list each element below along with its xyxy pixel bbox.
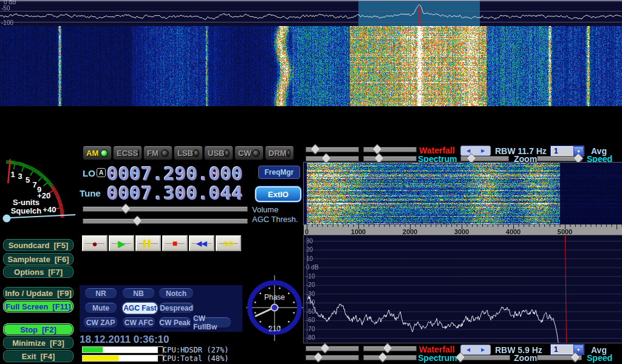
rewind-icon: ◀◀ [197,240,207,247]
agc-thresh-slider[interactable] [83,217,248,224]
mode-button-drm[interactable]: DRM [265,146,294,160]
mode-button-usb[interactable]: USB [204,146,233,160]
despread-button[interactable]: Despread [159,303,194,314]
af-top-spec-lower-slider[interactable] [363,154,417,162]
stop-button[interactable]: Stop [F2] [3,323,73,335]
samplerate-button[interactable]: Samplerate [F6] [3,253,73,265]
cpu-hdsdr-text: CPU:HDSDR (27%) [163,346,228,354]
s-units-label: S-units [13,198,39,207]
spinner-right-arrow-icon[interactable]: ▶ [481,347,485,352]
nb-button[interactable]: NB [123,288,154,299]
agc-thresh-slider-label: AGC Thresh. [252,215,298,224]
phase-title: Phase [264,293,285,302]
af-waterfall-display[interactable] [304,163,622,224]
cpu-total-bar [82,355,158,362]
pause-button[interactable]: ▌▌ [135,235,161,251]
mode-button-fm[interactable]: FM [143,146,173,160]
mode-am-led-icon [100,149,108,157]
exit-button-key: [F4] [41,352,55,361]
af-bot-brightness-thumb[interactable] [382,343,392,354]
extio-button[interactable]: ExtIO [255,186,301,202]
minimize-button[interactable]: Minimize [F3] [3,337,73,349]
af-bot-zoom-label: Zoom [514,353,537,363]
play-button[interactable]: ▶ [109,235,134,251]
lo-frequency-display[interactable]: 0007.290.000 [107,163,243,184]
mode-button-ecss[interactable]: ECSS [113,146,142,160]
af-top-zoom-thumb[interactable] [466,153,476,164]
cpu-total-bar-fill [83,356,118,361]
cw-fullbw-button[interactable]: CW FullBw [193,317,231,328]
af-top-brightness-thumb[interactable] [372,144,382,155]
mode-button-am[interactable]: AM [83,146,112,160]
af-top-contrast-thumb[interactable] [310,144,320,155]
rf-overview-spectrum[interactable] [0,0,622,26]
squelch-slider-knob[interactable] [3,215,11,223]
exit-button[interactable]: Exit [F4] [3,350,73,362]
agc-fast-button[interactable]: AGC Fast [123,303,157,314]
stop-playback-button[interactable]: ■ [162,235,188,251]
volume-slider-track[interactable] [83,206,248,212]
af-bot-speed-slider[interactable] [537,353,582,361]
cw-afc-button[interactable]: CW AFC [123,317,155,328]
freqmgr-button[interactable]: FreqMgr [258,166,300,179]
mode-ecss-label: ECSS [117,149,138,158]
spinner-left-arrow-icon[interactable]: ◀ [466,347,470,352]
spinner-right-arrow-icon[interactable]: ▶ [481,148,485,153]
options-button-label: Options [14,268,44,277]
mode-button-lsb[interactable]: LSB [174,146,203,160]
af-top-brightness-track[interactable] [363,147,417,152]
af-bot-speed-thumb[interactable] [570,352,580,363]
af-top-speed-slider[interactable] [537,154,582,162]
stop-button-label: Stop [20,325,38,334]
af-bot-contrast-thumb[interactable] [320,343,330,354]
cw-zap-button[interactable]: CW ZAP [84,317,117,328]
stop-button-key: [F2] [42,325,56,334]
mode-cw-label: CW [238,149,251,158]
soundcard-button[interactable]: Soundcard [F5] [3,239,73,251]
af-top-zoom-slider[interactable] [460,154,509,162]
fullscreen-button[interactable]: Full Screen [F11] [3,300,73,312]
af-top-spec-upper-track[interactable] [306,156,359,161]
options-button-key: [F7] [48,268,63,277]
af-bot-contrast-track[interactable] [306,346,359,351]
af-top-contrast-slider[interactable] [306,145,359,153]
af-top-brightness-slider[interactable] [363,145,417,153]
af-top-spec-upper-thumb[interactable] [321,153,332,164]
mode-usb-label: USB [208,149,224,158]
agc-thresh-slider-track[interactable] [83,218,248,224]
rewind-button[interactable]: ◀◀ [189,235,214,251]
info-update-button[interactable]: Info / Update [F9] [3,287,73,299]
af-bot-zoom-track[interactable] [460,355,510,360]
tune-frequency-display[interactable]: 0007.300.044 [107,182,243,204]
af-top-spec-lower-track[interactable] [363,156,417,161]
pause-icon: ▌▌ [143,240,153,247]
stop-playback-icon: ■ [173,239,177,248]
mute-button[interactable]: Mute [85,303,117,314]
af-bot-spec-upper-slider[interactable] [306,353,359,361]
af-bot-spec-lower-thumb[interactable] [377,352,388,363]
af-bot-brightness-slider[interactable] [363,344,417,352]
af-top-spec-lower-thumb[interactable] [374,153,384,164]
af-bot-spec-upper-thumb[interactable] [313,352,324,363]
af-bot-contrast-slider[interactable] [306,344,359,352]
cw-peak-button[interactable]: CW Peak [159,317,191,328]
options-button[interactable]: Options [F7] [3,266,73,278]
spinner-left-arrow-icon[interactable]: ◀ [466,148,470,153]
mode-lsb-label: LSB [177,149,193,158]
af-bot-spec-lower-track[interactable] [363,355,417,360]
volume-slider[interactable] [83,204,248,212]
nr-button[interactable]: NR [85,288,117,299]
volume-slider-thumb[interactable] [120,204,131,214]
af-spectrum-display[interactable] [304,235,622,343]
mode-button-cw[interactable]: CW [234,146,264,160]
af-bot-zoom-slider[interactable] [460,353,510,361]
record-button[interactable]: ● [82,235,108,251]
lo-lock-badge[interactable]: A [97,168,106,177]
notch-button[interactable]: Notch [159,288,193,299]
af-frequency-scale[interactable] [304,224,622,235]
agc-thresh-slider-thumb[interactable] [132,216,142,226]
af-bot-avg-value: 1 [551,345,573,354]
af-bot-spec-lower-slider[interactable] [363,353,417,361]
loop-button[interactable]: oo [216,235,241,251]
af-top-spec-upper-slider[interactable] [306,154,359,162]
